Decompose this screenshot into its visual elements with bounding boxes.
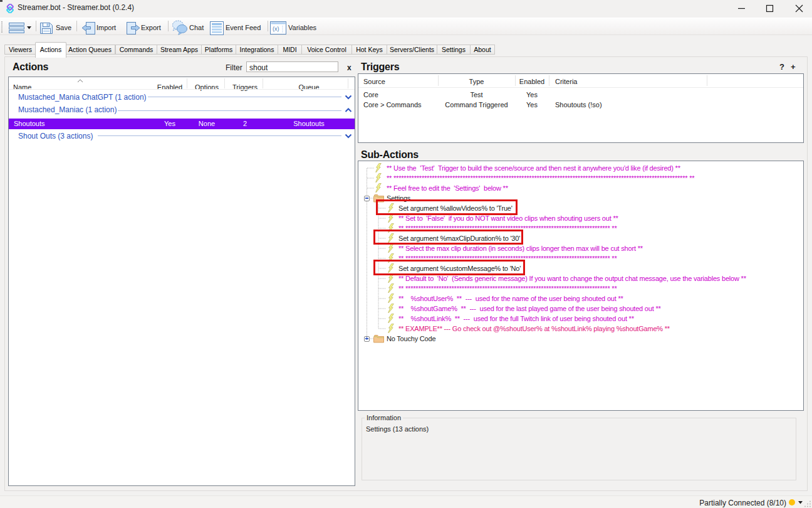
svg-text:(x): (x): [273, 26, 279, 32]
